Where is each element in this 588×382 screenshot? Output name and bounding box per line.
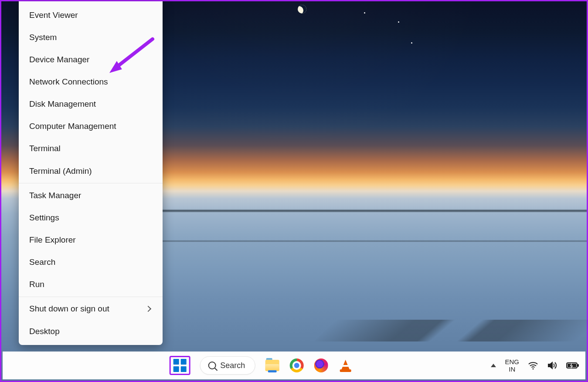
menu-item-network-connections[interactable]: Network Connections: [19, 71, 163, 93]
menu-item-terminal-admin[interactable]: Terminal (Admin): [19, 160, 163, 182]
taskbar-app-file-explorer[interactable]: [265, 358, 279, 373]
annotation-highlight-start: [169, 356, 190, 375]
landscape-line: [163, 209, 587, 213]
menu-item-event-viewer[interactable]: Event Viewer: [19, 4, 163, 26]
moon-graphic: [298, 5, 306, 14]
menu-item-file-explorer[interactable]: File Explorer: [19, 229, 163, 251]
search-label: Search: [220, 361, 245, 370]
menu-item-label: Network Connections: [29, 77, 108, 87]
star-graphic: [411, 42, 412, 44]
menu-item-label: Device Manager: [29, 55, 89, 64]
menu-item-label: Terminal (Admin): [29, 166, 92, 176]
menu-item-system[interactable]: System: [19, 26, 163, 48]
menu-item-task-manager[interactable]: Task Manager: [19, 184, 163, 206]
svg-rect-4: [578, 364, 579, 367]
menu-item-terminal[interactable]: Terminal: [19, 138, 163, 160]
menu-item-label: Terminal: [29, 144, 61, 153]
menu-separator: [19, 297, 163, 297]
menu-item-label: Desktop: [29, 327, 60, 336]
taskbar-app-vlc[interactable]: [338, 358, 353, 373]
menu-item-label: Computer Management: [29, 122, 116, 131]
menu-separator: [19, 183, 163, 183]
taskbar-app-firefox[interactable]: [313, 358, 328, 373]
language-indicator[interactable]: ENG IN: [505, 358, 519, 373]
menu-item-search[interactable]: Search: [19, 251, 163, 274]
tray-overflow-button[interactable]: [491, 364, 496, 367]
chrome-icon: [289, 358, 303, 372]
svg-point-2: [533, 368, 534, 370]
volume-icon[interactable]: [547, 361, 557, 370]
windows-icon: [173, 359, 179, 365]
landscape-line: [163, 240, 587, 242]
menu-item-label: File Explorer: [29, 235, 76, 245]
menu-item-label: Task Manager: [29, 191, 81, 200]
menu-item-label: System: [29, 33, 57, 42]
menu-item-label: Run: [29, 280, 44, 289]
screenshot-frame: Event Viewer System Device Manager Netwo…: [0, 0, 588, 382]
menu-item-settings[interactable]: Settings: [19, 206, 163, 229]
file-explorer-icon: [265, 360, 279, 371]
menu-item-label: Shut down or sign out: [29, 304, 109, 314]
taskbar-search[interactable]: Search: [200, 356, 255, 375]
menu-item-computer-management[interactable]: Computer Management: [19, 115, 163, 138]
menu-item-desktop[interactable]: Desktop: [19, 320, 163, 342]
menu-item-label: Settings: [29, 213, 59, 223]
taskbar-center: Search: [169, 356, 353, 375]
star-graphic: [398, 21, 399, 23]
menu-item-label: Search: [29, 257, 55, 267]
system-tray: ENG IN: [491, 352, 579, 379]
language-line2: IN: [505, 365, 519, 373]
menu-item-shut-down[interactable]: Shut down or sign out: [19, 298, 163, 320]
start-button[interactable]: [173, 359, 186, 372]
wifi-icon[interactable]: [528, 361, 538, 370]
menu-item-label: Disk Management: [29, 99, 96, 109]
language-line1: ENG: [505, 358, 519, 365]
start-context-menu: Event Viewer System Device Manager Netwo…: [19, 1, 163, 345]
menu-item-run[interactable]: Run: [19, 274, 163, 296]
firefox-icon: [314, 358, 328, 372]
taskbar: Search ENG IN: [3, 352, 585, 379]
battery-icon[interactable]: [566, 362, 579, 369]
star-graphic: [364, 12, 365, 14]
search-icon: [208, 362, 216, 369]
chevron-right-icon: [145, 306, 151, 312]
taskbar-app-chrome[interactable]: [289, 358, 304, 373]
menu-item-label: Event Viewer: [29, 10, 78, 20]
menu-item-disk-management[interactable]: Disk Management: [19, 93, 163, 115]
vlc-icon: [339, 359, 351, 372]
landscape-road: [314, 320, 588, 341]
menu-item-device-manager[interactable]: Device Manager: [19, 48, 163, 71]
